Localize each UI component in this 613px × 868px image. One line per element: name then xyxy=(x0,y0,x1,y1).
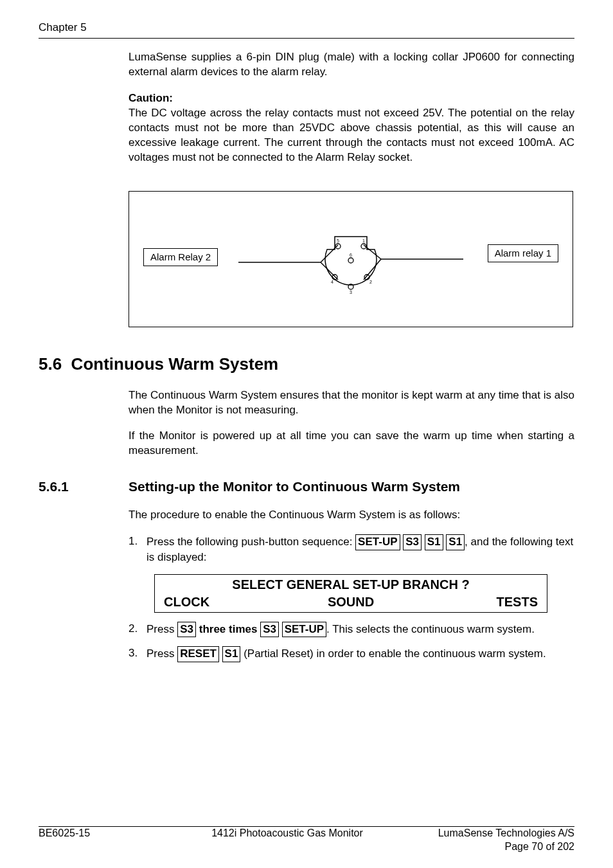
step-3-number: 3. xyxy=(129,646,147,662)
step-2-b: three times xyxy=(199,623,260,635)
subsection-intro: The procedure to enable the Continuous W… xyxy=(129,508,574,523)
intro-paragraph: LumaSense supplies a 6-pin DIN plug (mal… xyxy=(129,50,574,80)
footer-center: 1412i Photoacoustic Gas Monitor xyxy=(167,826,407,840)
din-connector-icon: 5 1 6 4 2 3 xyxy=(238,201,463,317)
section-p2: If the Monitor is powered up at all time… xyxy=(129,429,574,458)
alarm-relay-2-label: Alarm Relay 2 xyxy=(143,248,218,266)
subsection-number: 5.6.1 xyxy=(39,478,129,496)
key-s1: S1 xyxy=(446,534,465,550)
step-2-a: Press xyxy=(147,623,177,635)
svg-text:6: 6 xyxy=(350,253,352,257)
step-2-number: 2. xyxy=(129,622,147,638)
svg-line-3 xyxy=(321,262,338,280)
footer-left: BE6025-15 xyxy=(39,826,167,840)
display-opt-sound: SOUND xyxy=(289,593,413,611)
display-title: SELECT GENERAL SET-UP BRANCH ? xyxy=(155,576,547,593)
display-opt-clock: CLOCK xyxy=(164,593,289,611)
alarm-relay-1-label: Alarm relay 1 xyxy=(488,244,558,262)
step-1-number: 1. xyxy=(129,534,147,565)
step-3-b: (Partial Reset) in order to enable the c… xyxy=(244,647,546,660)
header-rule xyxy=(39,38,574,39)
step-3-a: Press xyxy=(147,647,177,660)
step-2: 2. Press S3 three times S3 SET-UP. This … xyxy=(129,622,574,638)
svg-text:5: 5 xyxy=(337,239,339,243)
footer: BE6025-15 1412i Photoacoustic Gas Monito… xyxy=(39,826,574,854)
svg-point-8 xyxy=(348,258,353,263)
lcd-display: SELECT GENERAL SET-UP BRANCH ? CLOCK SOU… xyxy=(154,574,547,613)
svg-text:1: 1 xyxy=(362,239,365,243)
step-2-c: . This selects the continuous warm syste… xyxy=(326,623,535,635)
svg-text:3: 3 xyxy=(350,290,352,294)
section-heading: 5.6 Continuous Warm System xyxy=(39,353,574,375)
key-s3: S3 xyxy=(177,622,196,638)
key-reset: RESET xyxy=(177,646,219,662)
caution-text: The DC voltage across the relay contacts… xyxy=(129,107,574,163)
key-s3: S3 xyxy=(260,622,279,638)
section-title: Continuous Warm System xyxy=(71,354,279,374)
step-1-pre: Press the following push-button sequence… xyxy=(147,536,355,548)
key-s3: S3 xyxy=(403,534,422,550)
page-number: Page 70 of 202 xyxy=(39,840,574,854)
display-opt-tests: TESTS xyxy=(413,593,538,611)
step-3: 3. Press RESET S1 (Partial Reset) in ord… xyxy=(129,646,574,662)
caution-label: Caution: xyxy=(129,92,173,104)
svg-text:2: 2 xyxy=(369,280,372,284)
key-setup: SET-UP xyxy=(282,622,326,638)
alarm-relay-diagram: Alarm Relay 2 Alarm relay 1 5 1 6 4 xyxy=(129,191,573,327)
section-number: 5.6 xyxy=(39,354,62,374)
caution-paragraph: Caution: The DC voltage across the relay… xyxy=(129,91,574,165)
key-setup: SET-UP xyxy=(355,534,400,550)
chapter-label: Chapter 5 xyxy=(39,21,574,35)
key-s1: S1 xyxy=(425,534,443,550)
key-s1: S1 xyxy=(222,646,241,662)
subsection-title: Setting-up the Monitor to Continuous War… xyxy=(129,478,460,496)
svg-line-5 xyxy=(364,259,381,280)
section-p1: The Continuous Warm System ensures that … xyxy=(129,388,574,418)
step-1: 1. Press the following push-button seque… xyxy=(129,534,574,565)
svg-text:4: 4 xyxy=(331,280,333,284)
footer-right: LumaSense Technologies A/S xyxy=(407,826,574,840)
